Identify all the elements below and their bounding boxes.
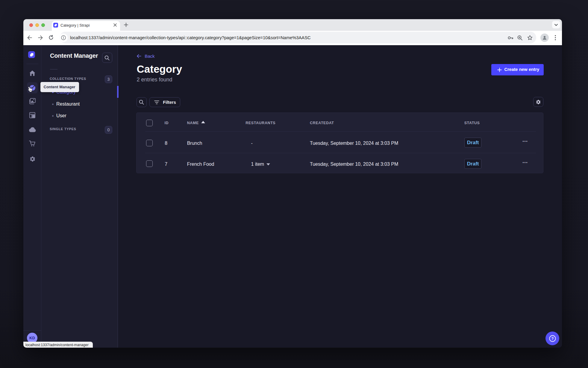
svg-text:?: ? [551,337,554,341]
